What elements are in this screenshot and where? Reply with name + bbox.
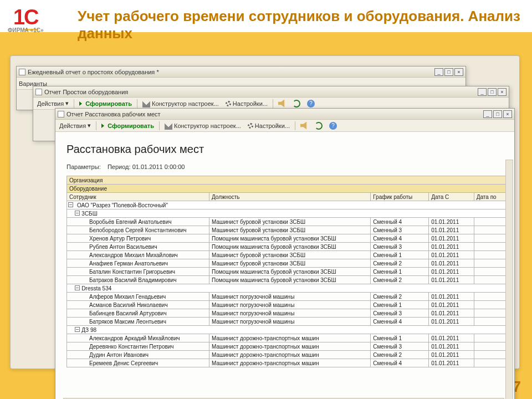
help-button[interactable]: ? [328,121,339,130]
col-employee: Сотрудник [67,193,209,201]
refresh-button[interactable] [291,99,302,108]
play-icon [79,101,82,106]
actions-menu[interactable]: Действия ▾ [58,121,93,130]
col-date-to: Дата по [474,193,506,201]
col-schedule: График работы [371,193,429,201]
slide-content-panel: Ежедневный отчет о простоях оборудования… [10,55,520,369]
data-row[interactable]: Анафиев Герман АнатольевичМашинист буров… [67,259,507,268]
data-row[interactable]: Еремеев Денис СергеевичМашинист дорожно-… [67,359,507,367]
report-title: Расстановка рабочих мест [66,143,507,156]
close-button[interactable]: × [503,110,512,118]
report-table: Организация Оборудование Сотрудник Должн… [66,176,507,367]
gear-icon [226,101,231,106]
equip-group-row: –1 Dressta 534 [67,284,507,293]
collapse-icon[interactable]: – [75,285,80,290]
vertical-scrollbar[interactable] [505,160,513,399]
slide-title: Учет рабочего времени сотрудников и обор… [78,8,532,42]
collapse-icon[interactable]: – [68,202,73,207]
data-row[interactable]: Рублев Антон ВасильевичПомощник машинист… [67,243,507,251]
minimize-button[interactable]: _ [434,68,443,76]
data-row[interactable]: Дудин Антон ИвановичМашинист дорожно-тра… [67,351,507,359]
document-icon [58,111,64,117]
data-row[interactable]: Белобородов Сергей КонстантиновичМашинис… [67,226,507,234]
header-equipment: Оборудование [67,185,507,193]
org-row: –ОАО "Разрез "Полевой-Восточный" [67,201,507,209]
help-icon: ? [329,122,337,130]
settings-button[interactable]: Настройки... [224,100,269,108]
speaker-icon [278,100,286,108]
wrench-icon [165,122,172,130]
constructor-button[interactable]: Конструктор настроек... [163,121,243,130]
period-value: Период: 01.01.2011 0:00:00 [108,163,185,170]
refresh-button[interactable] [313,121,324,130]
close-button[interactable]: × [454,68,463,76]
refresh-icon [315,122,323,130]
titlebar[interactable]: Отчет Простои оборудования _ □ × [33,86,509,98]
refresh-icon [293,100,300,108]
document-icon [19,69,25,75]
equip-group-row: –1 3СБШ [67,209,507,218]
minimize-button[interactable]: _ [483,110,492,118]
data-row[interactable]: Баталин Константин ГригорьевичПомощник м… [67,268,507,276]
maximize-button[interactable]: □ [493,110,502,118]
report-params: Параметры: Период: 01.01.2011 0:00:00 [66,163,507,170]
logo-1c: 1C ФИРМА «1С» [8,6,44,33]
close-button[interactable]: × [498,88,507,96]
logo-subtext: ФИРМА «1С» [8,27,44,33]
titlebar[interactable]: Ежедневный отчет о простоях оборудования… [17,66,466,78]
titlebar[interactable]: Отчет Расстановка рабочих мест _ □ × [55,109,514,120]
speaker-icon [300,122,308,130]
report-body: Расстановка рабочих мест Параметры: Пери… [55,132,514,399]
data-row[interactable]: Батраков Василий ВладимировичПомощник ма… [67,276,507,284]
settings-button[interactable]: Настройки... [246,122,291,130]
data-row[interactable]: Александров Аркадий МихайловичМашинист д… [67,334,507,342]
constructor-button[interactable]: Конструктор настроек... [141,99,221,108]
data-row[interactable]: Асманов Василий НиколаевичМашинист погру… [67,301,507,309]
help-button[interactable]: ? [305,99,316,108]
form-button[interactable]: Сформировать [78,100,134,108]
data-row[interactable]: Деревянко Константин ПетровичМашинист до… [67,342,507,351]
document-icon [35,89,42,95]
equip-group-row: –1 ДЗ 98 [67,326,507,334]
col-position: Должность [209,193,370,201]
window-title: Отчет Расстановка рабочих мест [66,111,483,117]
help-icon: ? [307,100,315,108]
maximize-button[interactable]: □ [444,68,453,76]
actions-menu[interactable]: Действия ▾ [35,99,70,108]
collapse-icon[interactable]: – [75,327,80,332]
collapse-icon[interactable]: – [75,211,80,216]
params-label: Параметры: [66,163,101,170]
col-date-from: Дата С [429,193,474,201]
toolbar: Действия ▾ Сформировать Конструктор наст… [55,120,514,132]
data-row[interactable]: Александров Михаил МихайловичМашинист бу… [67,251,507,259]
form-button[interactable]: Сформировать [100,122,156,130]
data-row[interactable]: Батряков Максим ЛеонтьевичМашинист погру… [67,318,507,326]
data-row[interactable]: Воробьёв Евгений АнатольевичМашинист бур… [67,218,507,226]
wrench-icon [142,100,150,108]
speaker-button[interactable] [277,99,288,108]
minimize-button[interactable]: _ [478,88,487,96]
maximize-button[interactable]: □ [488,88,497,96]
speaker-button[interactable] [299,121,310,130]
data-row[interactable]: Алферов Михаил ГенадьевичМашинист погруз… [67,293,507,301]
gear-icon [248,123,253,129]
window-workplace-arrangement[interactable]: Отчет Расстановка рабочих мест _ □ × Дей… [55,108,515,399]
header-organization: Организация [67,176,507,185]
play-icon [101,124,104,128]
window-title: Отчет Простои оборудования [44,89,478,95]
window-title: Ежедневный отчет о простоях оборудования… [28,69,434,75]
data-row[interactable]: Хренов Артур ПетровичПомощник машиниста … [67,234,507,243]
data-row[interactable]: Бабинцев Василий АртуровичМашинист погру… [67,309,507,318]
